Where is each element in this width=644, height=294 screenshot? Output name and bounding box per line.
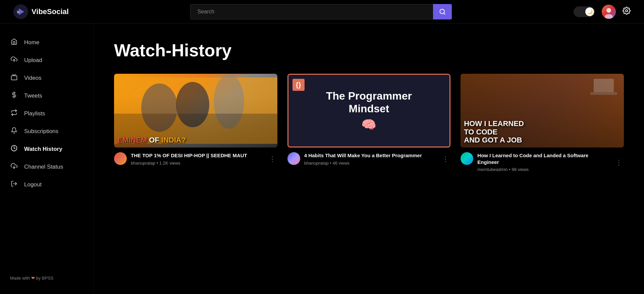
- settings-icon[interactable]: [623, 7, 631, 17]
- nav-list: Home Upload Videos Tweets: [0, 34, 94, 193]
- logo-icon: V: [13, 4, 28, 19]
- logout-icon: [10, 180, 18, 189]
- video-author-2: bhanupratap: [304, 161, 329, 166]
- video-thumbnail-2: {} The ProgrammerMindset 🧠: [287, 74, 451, 148]
- video-views-1: 1.2K views: [159, 161, 180, 166]
- search-button[interactable]: [433, 4, 452, 19]
- svg-rect-21: [590, 92, 617, 95]
- eminem-text: EMINEM: [117, 136, 149, 144]
- footer-by: by BPSS: [35, 276, 54, 281]
- heart-icon: ❤: [31, 276, 35, 281]
- sidebar-item-videos[interactable]: Videos: [0, 69, 94, 87]
- video-views-3: 98 views: [512, 167, 529, 172]
- video-info-3: How I Learned to Code and Landed a Softw…: [461, 152, 624, 172]
- page-title: Watch-History: [114, 40, 624, 60]
- theme-toggle[interactable]: 🌙: [574, 6, 595, 17]
- sidebar-item-logout-label: Logout: [24, 181, 42, 188]
- video-info-2: 4 Habits That Will Make You a Better Pro…: [287, 152, 451, 166]
- sidebar-item-logout[interactable]: Logout: [0, 176, 94, 193]
- sidebar-item-playlists-label: Playlists: [24, 110, 45, 117]
- sidebar-item-channel-status[interactable]: Channel Status: [0, 158, 94, 176]
- subscriptions-icon: [10, 127, 18, 135]
- avatar-gradient-3: [461, 152, 473, 165]
- sidebar-item-subscriptions-label: Subscriptions: [24, 128, 58, 135]
- gear-icon: [623, 7, 631, 15]
- layout: Home Upload Videos Tweets: [0, 23, 644, 189]
- video-meta-2: 4 Habits That Will Make You a Better Pro…: [304, 152, 437, 166]
- user-avatar[interactable]: [602, 5, 616, 19]
- svg-point-8: [626, 10, 628, 12]
- video-sub-2: bhanupratap • 46 views: [304, 161, 437, 166]
- sidebar-item-upload-label: Upload: [24, 57, 42, 64]
- video-sub-3: merntubeadmin • 98 views: [477, 167, 610, 172]
- of-text: OF: [149, 136, 161, 144]
- sidebar: Home Upload Videos Tweets: [0, 23, 94, 294]
- sidebar-item-videos-label: Videos: [24, 75, 42, 81]
- sidebar-item-tweets-label: Tweets: [24, 93, 42, 99]
- svg-line-4: [444, 13, 445, 14]
- avatar-image: [602, 5, 616, 19]
- video-title-1: THE TOP 1% OF DESI HIP-HOP || SEEDHE MAU…: [131, 152, 264, 159]
- india-text: INDIA?: [161, 136, 186, 144]
- programmer-title-text: The ProgrammerMindset: [326, 90, 412, 115]
- search-icon: [439, 8, 446, 15]
- sidebar-item-upload[interactable]: Upload: [0, 51, 94, 69]
- toggle-knob: 🌙: [585, 7, 594, 16]
- thumb-hiphop: EMINEM OF INDIA?: [114, 74, 277, 148]
- author-avatar-2: [287, 152, 300, 165]
- programmer-brain-icon: 🧠: [361, 118, 376, 132]
- video-dot-1: •: [157, 161, 159, 166]
- video-thumbnail-3: HOW I LEARNEDTO CODEAND GOT A JOB: [461, 74, 624, 148]
- author-avatar-3: [461, 152, 473, 165]
- videos-icon: [10, 74, 18, 82]
- watch-history-icon: [10, 145, 18, 153]
- hiphop-text: EMINEM OF INDIA?: [117, 136, 186, 144]
- app-name: VibeSocial: [32, 7, 69, 16]
- avatar-gradient-1: [114, 152, 127, 165]
- playlists-icon: [10, 109, 18, 118]
- app-header: V VibeSocial 🌙: [0, 0, 644, 23]
- video-meta-1: THE TOP 1% OF DESI HIP-HOP || SEEDHE MAU…: [131, 152, 264, 166]
- thumb-programmer: {} The ProgrammerMindset 🧠: [288, 75, 450, 146]
- svg-rect-20: [594, 79, 614, 92]
- sidebar-item-playlists[interactable]: Playlists: [0, 105, 94, 122]
- video-more-btn-3[interactable]: ⋮: [614, 158, 624, 166]
- svg-rect-10: [11, 76, 17, 80]
- video-sub-1: bhanupratap • 1.2K views: [131, 161, 264, 166]
- footer-made-with: Made with: [10, 276, 31, 281]
- sidebar-item-watch-history[interactable]: Watch History: [0, 140, 94, 158]
- video-info-1: THE TOP 1% OF DESI HIP-HOP || SEEDHE MAU…: [114, 152, 277, 166]
- laptop-icon: [590, 77, 617, 97]
- channel-status-icon: [10, 163, 18, 171]
- video-thumbnail-1: EMINEM OF INDIA?: [114, 74, 277, 148]
- video-author-3: merntubeadmin: [477, 167, 507, 172]
- sidebar-item-tweets[interactable]: Tweets: [0, 87, 94, 105]
- video-card-2[interactable]: {} The ProgrammerMindset 🧠 4 Habits That…: [287, 74, 451, 172]
- video-card-1[interactable]: EMINEM OF INDIA? THE TOP 1% OF DESI HIP-…: [114, 74, 277, 172]
- video-author-1: bhanupratap: [131, 161, 155, 166]
- sidebar-footer: Made with ❤ by BPSS: [0, 269, 94, 287]
- video-more-btn-1[interactable]: ⋮: [268, 155, 277, 163]
- author-avatar-1: [114, 152, 127, 165]
- video-title-2: 4 Habits That Will Make You a Better Pro…: [304, 152, 437, 159]
- video-views-2: 46 views: [332, 161, 350, 166]
- home-icon: [10, 38, 18, 47]
- search-area: [190, 4, 452, 19]
- avatar-gradient-2: [287, 152, 300, 165]
- code-title-text: HOW I LEARNEDTO CODEAND GOT A JOB: [464, 120, 621, 144]
- logo-area[interactable]: V VibeSocial: [13, 4, 69, 19]
- tweets-icon: [10, 92, 18, 100]
- svg-point-6: [606, 8, 611, 13]
- sidebar-item-subscriptions[interactable]: Subscriptions: [0, 122, 94, 140]
- svg-text:V: V: [17, 10, 19, 14]
- video-title-3: How I Learned to Code and Landed a Softw…: [477, 152, 610, 165]
- video-card-3[interactable]: HOW I LEARNEDTO CODEAND GOT A JOB How I …: [461, 74, 624, 172]
- sidebar-item-home[interactable]: Home: [0, 34, 94, 51]
- search-input[interactable]: [190, 4, 433, 19]
- thumb-code: HOW I LEARNEDTO CODEAND GOT A JOB: [461, 74, 624, 148]
- video-meta-3: How I Learned to Code and Landed a Softw…: [477, 152, 610, 172]
- main-content: Watch-History: [94, 23, 644, 189]
- upload-icon: [10, 56, 18, 64]
- video-more-btn-2[interactable]: ⋮: [441, 155, 450, 163]
- video-grid: EMINEM OF INDIA? THE TOP 1% OF DESI HIP-…: [114, 74, 624, 172]
